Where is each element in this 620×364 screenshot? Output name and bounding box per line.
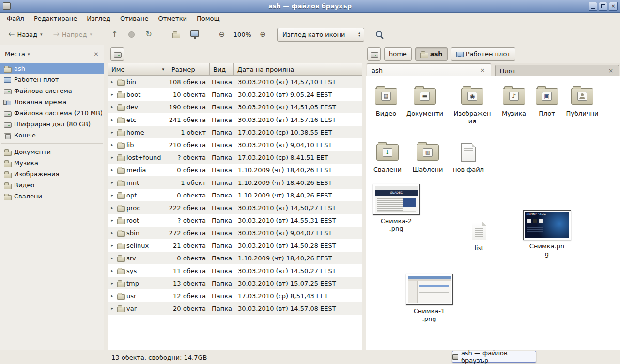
file-row[interactable]: ▸ sys 11 обекта Папка 30.03.2010 (вт) 14… (108, 264, 362, 277)
expander-icon[interactable]: ▸ (109, 268, 115, 273)
path-button-desktop[interactable]: Работен плот (451, 47, 515, 61)
file-row[interactable]: ▸ opt 0 обекта Папка 1.10.2009 (чт) 18,4… (108, 189, 362, 201)
expander-icon[interactable]: ▸ (109, 105, 115, 109)
up-button[interactable]: ↑ (107, 27, 122, 42)
menu-item[interactable]: Файл (2, 14, 29, 24)
tab-plot[interactable]: Плот × (495, 65, 620, 76)
stop-button[interactable] (124, 27, 139, 42)
computer-button[interactable] (186, 27, 203, 42)
taskbar-window-button[interactable]: ash — файлов браузър (452, 351, 536, 363)
home-button[interactable] (168, 27, 184, 42)
expander-icon[interactable]: ▸ (109, 256, 115, 260)
column-header-type[interactable]: Вид (210, 63, 234, 76)
column-header-date[interactable]: Дата на промяна (234, 63, 362, 76)
sidebar-item[interactable]: Локална мрежа (0, 96, 104, 107)
sidebar-item[interactable]: Шифриран дял (80 GB) (0, 119, 104, 130)
file-row[interactable]: ▸ lib 210 обекта Папка 30.03.2010 (вт) 9… (108, 138, 362, 151)
sidebar-item[interactable]: Свалени (0, 191, 104, 202)
icon-item-snimka2[interactable]: GUADEC Снимка-2.png (372, 184, 420, 233)
sidebar-item[interactable]: Изображения (0, 168, 104, 180)
icon-item-list[interactable]: list (459, 217, 499, 252)
expander-icon[interactable]: ▸ (109, 167, 115, 172)
file-row[interactable]: ▸ home 1 обект Папка 17.03.2010 (ср) 10,… (108, 126, 362, 138)
expander-icon[interactable]: ▸ (109, 180, 115, 185)
tab-ash[interactable]: ash × (367, 63, 491, 76)
forward-button[interactable]: → Напред ▾ (49, 27, 96, 42)
sidebar-item[interactable]: Кошче (0, 130, 104, 141)
zoom-out-button[interactable]: ⊖ (215, 27, 230, 42)
file-row[interactable]: ▸ etc 241 обекта Папка 30.03.2010 (вт) 1… (108, 113, 362, 126)
expander-icon[interactable]: ▸ (109, 142, 115, 147)
expander-icon[interactable]: ▸ (109, 79, 115, 84)
icon-item-desktop[interactable]: Плот (527, 82, 567, 118)
file-row[interactable]: ▸ media 0 обекта Папка 1.10.2009 (чт) 18… (108, 164, 362, 176)
reload-button[interactable]: ↻ (141, 27, 156, 42)
icon-item-public[interactable]: Публични (562, 82, 603, 118)
icon-item-templates[interactable]: Шаблони (407, 138, 448, 174)
icon-item-new-file[interactable]: нов файл (448, 138, 489, 174)
back-history-caret-icon[interactable]: ▾ (40, 32, 43, 37)
search-button[interactable] (371, 27, 388, 42)
file-row[interactable]: ▸ boot 10 обекта Папка 30.03.2010 (вт) 9… (108, 88, 362, 101)
menu-item[interactable]: Отметки (153, 14, 191, 24)
expander-icon[interactable]: ▸ (109, 193, 115, 197)
icon-item-video[interactable]: Видео (366, 82, 406, 118)
column-header-name[interactable]: Име▾ (108, 63, 168, 76)
file-row[interactable]: ▸ bin 108 обекта Папка 30.03.2010 (вт) 1… (108, 76, 362, 88)
view-mode-select[interactable]: Изглед като икони ▴▾ (277, 28, 364, 42)
file-row[interactable]: ▸ srv 0 обекта Папка 1.10.2009 (чт) 18,4… (108, 252, 362, 264)
sidebar-item[interactable]: Работен плот (0, 74, 104, 85)
icon-item-snimka1[interactable]: Снимка-1.png (405, 274, 453, 323)
file-row[interactable]: ▸ root ? обекта Папка 30.03.2010 (вт) 14… (108, 214, 362, 227)
expander-icon[interactable]: ▸ (109, 218, 115, 223)
column-header-size[interactable]: Размер (168, 63, 210, 76)
root-location-button[interactable] (367, 47, 381, 61)
back-button[interactable]: ← Назад ▾ (4, 27, 47, 42)
sidebar-item[interactable]: ash (0, 63, 104, 74)
expander-icon[interactable]: ▸ (109, 155, 115, 160)
sidebar-item[interactable]: Музика (0, 157, 104, 168)
minimize-button[interactable] (589, 2, 597, 11)
file-row[interactable]: ▸ mnt 1 обект Папка 1.10.2009 (чт) 18,40… (108, 176, 362, 189)
expander-icon[interactable]: ▸ (109, 230, 115, 235)
titlebar[interactable]: ash — файлов браузър × (0, 0, 620, 13)
tab-close-icon[interactable]: × (479, 67, 486, 74)
window-menu-icon[interactable] (3, 2, 11, 10)
expander-icon[interactable]: ▸ (109, 293, 115, 298)
expander-icon[interactable]: ▸ (109, 306, 115, 311)
icon-view-canvas[interactable]: Видео Документи Изображения Музика Плот … (366, 76, 620, 350)
menu-item[interactable]: Помощ (192, 14, 225, 24)
file-row[interactable]: ▸ usr 12 обекта Папка 17.03.2010 (ср) 8,… (108, 289, 362, 302)
menu-item[interactable]: Редактиране (29, 14, 82, 24)
file-row[interactable]: ▸ tmp 13 обекта Папка 30.03.2010 (вт) 15… (108, 277, 362, 289)
sidebar-item[interactable]: Файлова система (0, 85, 104, 96)
sidebar-close-icon[interactable]: × (93, 50, 99, 58)
path-button-home[interactable]: home (384, 47, 412, 61)
close-button[interactable]: × (609, 2, 618, 11)
icon-item-downloads[interactable]: Свалени (367, 138, 408, 174)
expander-icon[interactable]: ▸ (109, 92, 115, 97)
sidebar-title[interactable]: Места (5, 50, 25, 58)
icon-item-snimka[interactable]: GNOME Store Снимка.png (520, 210, 574, 258)
menu-item[interactable]: Изглед (82, 14, 115, 24)
icon-item-images[interactable]: Изображения (452, 82, 493, 126)
sidebar-item[interactable]: Документи (0, 146, 104, 157)
zoom-in-button[interactable]: ⊕ (255, 27, 270, 42)
expander-icon[interactable]: ▸ (109, 243, 115, 248)
expander-icon[interactable]: ▸ (109, 117, 115, 122)
maximize-button[interactable] (599, 2, 607, 11)
sidebar-item[interactable]: Видео (0, 180, 104, 191)
root-location-button[interactable] (110, 47, 124, 61)
expander-icon[interactable]: ▸ (109, 205, 115, 210)
icon-item-documents[interactable]: Документи (404, 82, 445, 118)
file-row[interactable]: ▸ sbin 272 обекта Папка 30.03.2010 (вт) … (108, 227, 362, 239)
file-row[interactable]: ▸ selinux 21 обекта Папка 30.03.2010 (вт… (108, 239, 362, 252)
expander-icon[interactable]: ▸ (109, 281, 115, 286)
file-row[interactable]: ▸ proc 222 обекта Папка 30.03.2010 (вт) … (108, 201, 362, 214)
file-row[interactable]: ▸ dev 190 обекта Папка 30.03.2010 (вт) 1… (108, 101, 362, 113)
path-button-ash[interactable]: ash (415, 47, 448, 61)
sidebar-item[interactable]: Файлова система (210 MB) (0, 107, 104, 119)
sidebar-selector-caret-icon[interactable]: ▾ (28, 52, 30, 57)
file-row[interactable]: ▸ var 20 обекта Папка 30.03.2010 (вт) 14… (108, 302, 362, 315)
expander-icon[interactable]: ▸ (109, 130, 115, 135)
